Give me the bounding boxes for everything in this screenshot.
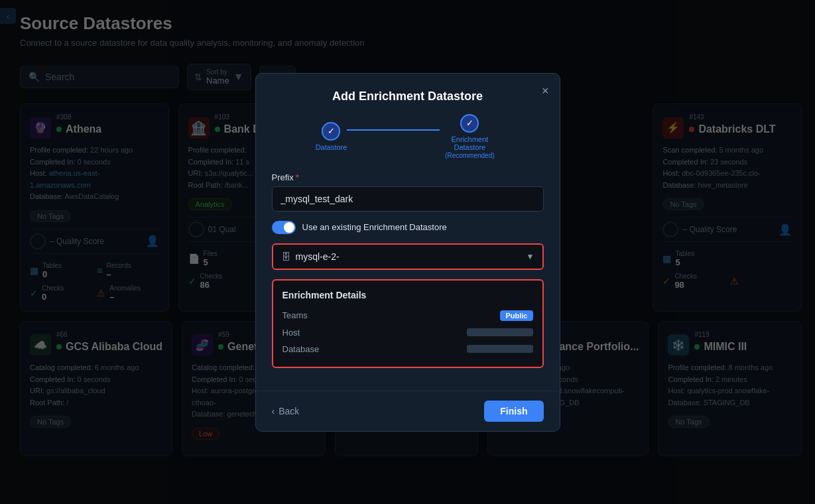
dropdown-trigger[interactable]: 🗄 mysql-e-2- ▼ xyxy=(273,245,542,269)
step-enrichment: ✓ Enrichment Datastore (Recommended) xyxy=(440,114,499,159)
modal-header: Add Enrichment Datastore × xyxy=(256,74,560,114)
host-row: Host xyxy=(282,324,533,341)
back-button[interactable]: ‹ Back xyxy=(272,406,300,416)
modal-title: Add Enrichment Datastore xyxy=(332,90,483,103)
enrichment-details-title: Enrichment Details xyxy=(282,290,533,300)
prefix-label: Prefix* xyxy=(272,172,544,182)
prefix-input[interactable] xyxy=(272,186,544,212)
enrichment-datastore-dropdown[interactable]: 🗄 mysql-e-2- ▼ xyxy=(272,243,544,270)
db-icon: 🗄 xyxy=(281,251,290,262)
step1-circle: ✓ xyxy=(322,122,340,141)
toggle-row: Use an existing Enrichment Datastore xyxy=(272,221,544,234)
dropdown-value: mysql-e-2- xyxy=(296,251,340,262)
step2-label: Enrichment Datastore (Recommended) xyxy=(440,135,499,159)
dropdown-arrow-icon: ▼ xyxy=(527,252,534,261)
step2-circle: ✓ xyxy=(460,114,479,133)
existing-enrichment-toggle[interactable] xyxy=(272,221,296,234)
database-key: Database xyxy=(282,344,320,354)
step-datastore: ✓ Datastore xyxy=(316,122,347,151)
teams-key: Teams xyxy=(282,310,308,320)
modal-footer: ‹ Back Finish xyxy=(256,391,560,431)
database-value xyxy=(467,345,533,353)
host-value xyxy=(467,328,533,336)
modal-body: Prefix* Use an existing Enrichment Datas… xyxy=(256,172,560,391)
step1-label: Datastore xyxy=(316,143,347,151)
finish-button[interactable]: Finish xyxy=(484,401,543,422)
teams-row: Teams Public xyxy=(282,307,533,324)
teams-value: Public xyxy=(500,310,533,321)
host-key: Host xyxy=(282,328,300,338)
modal-stepper: ✓ Datastore ✓ Enrichment Datastore (Reco… xyxy=(256,114,560,172)
enrichment-details-box: Enrichment Details Teams Public Host Dat… xyxy=(272,279,544,368)
step-line xyxy=(347,129,440,131)
toggle-label: Use an existing Enrichment Datastore xyxy=(302,222,447,232)
database-row: Database xyxy=(282,341,533,357)
back-chevron-icon: ‹ xyxy=(272,406,275,416)
modal-close-button[interactable]: × xyxy=(542,84,549,98)
add-enrichment-modal: Add Enrichment Datastore × ✓ Datastore ✓… xyxy=(255,73,560,432)
modal-overlay[interactable]: Add Enrichment Datastore × ✓ Datastore ✓… xyxy=(0,0,815,504)
